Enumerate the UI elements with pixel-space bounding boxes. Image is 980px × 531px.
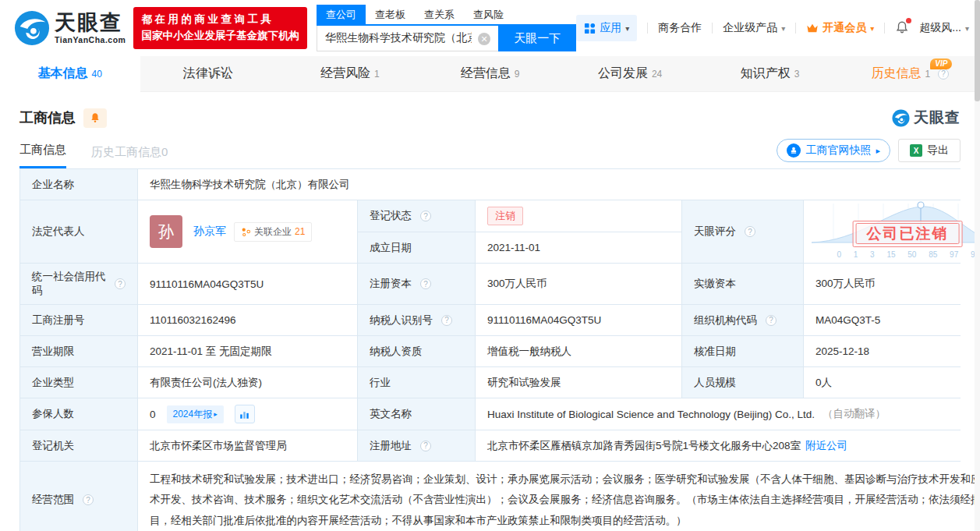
field-label: 组织机构代码 ? [682,305,803,335]
search-tab-company[interactable]: 查公司 [317,5,366,24]
super-risk-menu[interactable]: 超级风... ▾ [919,21,969,35]
related-companies-label: 关联企业 [254,225,292,239]
tab-legal-litigation[interactable]: 法律诉讼 [140,56,281,91]
scrollbar[interactable] [975,0,980,531]
reg-status-label: 登记状态 [370,209,412,223]
legal-rep-link[interactable]: 孙京军 [193,225,226,239]
vip-membership-menu[interactable]: 开通会员 ▾ [806,21,874,35]
tab-basic-info[interactable]: 基本信息 40 [0,56,140,92]
tab-label: 历史信息 [871,65,921,82]
notification-bell[interactable] [895,20,909,37]
search-tab-risk[interactable]: 查风险 [464,5,513,24]
monitor-bell-button[interactable] [83,108,107,128]
deregistered-stamp: 公司已注销 [853,221,963,247]
trend-chart-button[interactable] [235,405,255,423]
tab-label: 公司发展 [598,65,648,82]
field-label: 登记状态 ? [358,200,475,232]
field-label: 参保人数 [20,398,137,430]
search-tab-boss[interactable]: 查老板 [366,5,415,24]
establish-date-value: 2021-11-01 [476,232,681,263]
help-icon[interactable]: ? [83,494,94,505]
bell-icon [90,112,101,123]
network-icon [241,227,251,237]
field-label: 纳税人资质 [358,336,475,366]
business-cooperation-link[interactable]: 商务合作 [658,21,702,35]
divider [795,23,796,34]
nearby-companies-link[interactable]: 附近公司 [805,439,847,453]
company-name-value: 华熙生物科学技术研究院（北京）有限公司 [138,169,980,200]
topbar: 天眼查 TianYanCha.com 都在用的商业查询工具 国家中小企业发展子基… [0,0,980,56]
promo-banner: 都在用的商业查询工具 国家中小企业发展子基金旗下机构 [133,7,307,49]
tab-label: 法律诉讼 [183,65,233,82]
field-label: 营业期限 [20,336,137,366]
reg-address-value: 北京市怀柔区雁栖镇京加路青秀园街5号院1号楼文化服务中心208室 [487,439,801,453]
credit-code-value: 91110116MA04GQ3T5U [138,264,357,304]
chevron-down-icon: ▾ [965,24,969,33]
search-tabs: 查公司 查老板 查关系 查风险 [317,5,576,26]
credit-code-label: 统一社会信用代码 [32,270,106,298]
tianyancha-logo[interactable]: 天眼查 TianYanCha.com [14,10,126,46]
bar-chart-icon [239,409,249,419]
taxpayer-id-label: 纳税人识别号 [370,313,433,327]
help-icon[interactable]: ? [745,226,755,237]
apps-label: 应用 [600,21,621,35]
field-label: 登记机关 [20,430,137,461]
field-label: 人员规模 [682,367,803,398]
help-icon[interactable]: ? [766,315,777,326]
export-button[interactable]: X 导出 [898,139,961,162]
field-label: 企业类型 [20,367,137,398]
insured-count-value: 0 [150,409,156,420]
help-icon[interactable]: ? [441,315,452,326]
avatar[interactable]: 孙 [150,215,182,248]
score-chart-cell: 0 1 3 15 50 85 97 99 100 公司已注销 [804,200,980,263]
business-scope-value: 工程和技术研究和试验发展；技术进出口；经济贸易咨询；企业策划、设计；承办展览展示… [138,462,980,531]
help-icon[interactable]: ? [938,69,949,80]
enterprise-products-menu[interactable]: 企业级产品 ▾ [723,21,785,35]
chevron-right-icon: ▸ [876,146,880,156]
business-info-table: 企业名称 华熙生物科学技术研究院（北京）有限公司 法定代表人 孙 孙京军 关联企… [19,168,961,531]
subtab-business-info[interactable]: 工商信息 [19,143,66,168]
reg-capital-label: 注册资本 [370,277,412,291]
promo-banner-line1: 都在用的商业查询工具 [141,12,299,28]
subtab-history-business-info[interactable]: 历史工商信息0 [91,145,168,168]
tab-label: 知识产权 [741,65,791,82]
help-icon[interactable]: ? [420,441,431,451]
scrollbar-thumb[interactable] [975,0,980,101]
search-input[interactable] [317,26,498,51]
tab-history-info[interactable]: VIP 历史信息 1 ? [840,56,980,91]
divider [884,23,885,34]
tab-count: 40 [92,69,102,80]
tab-operation-info[interactable]: 经营信息 9 [420,56,561,91]
field-label: 核准日期 [682,336,803,366]
help-icon[interactable]: ? [420,278,431,289]
excel-icon: X [910,144,922,157]
official-snapshot-button[interactable]: 工商官网快照 ▸ [777,139,890,162]
insured-count-cell: 0 2024年报 ▸ [138,398,357,430]
business-scope-label: 经营范围 [32,493,74,507]
field-label: 注册资本 ? [358,264,475,304]
auto-translate-note: （自动翻译） [823,407,886,421]
watermark-text: 天眼查 [914,108,961,128]
tab-label: 经营信息 [461,65,511,82]
related-companies-badge[interactable]: 关联企业 21 [234,222,312,242]
chevron-right-icon: ▸ [214,410,218,418]
apps-menu[interactable]: 应用 ▾ [576,15,637,41]
enterprise-products-label: 企业级产品 [723,21,777,35]
tab-intellectual-property[interactable]: 知识产权 3 [700,56,840,91]
search-button[interactable]: 天眼一下 [498,26,576,51]
tab-company-development[interactable]: 公司发展 24 [560,56,700,91]
field-label: 法定代表人 [20,200,137,263]
english-name-cell: Huaxi Institute of Biological Science an… [476,398,980,430]
field-label: 行业 [358,367,475,398]
help-icon[interactable]: ? [420,211,431,221]
chevron-down-icon: ▾ [625,24,629,33]
tab-operation-risk[interactable]: 经营风险 1 [280,56,420,91]
search-tab-relation[interactable]: 查关系 [415,5,464,24]
help-icon[interactable]: ? [115,278,126,289]
business-cooperation-label: 商务合作 [658,21,702,35]
tab-label: 基本信息 [38,65,88,82]
company-type-value: 有限责任公司(法人独资) [138,367,357,398]
annual-report-badge[interactable]: 2024年报 ▸ [167,405,224,423]
reg-status-cell: 注销 [476,200,681,232]
chevron-down-icon: ▾ [870,24,874,33]
